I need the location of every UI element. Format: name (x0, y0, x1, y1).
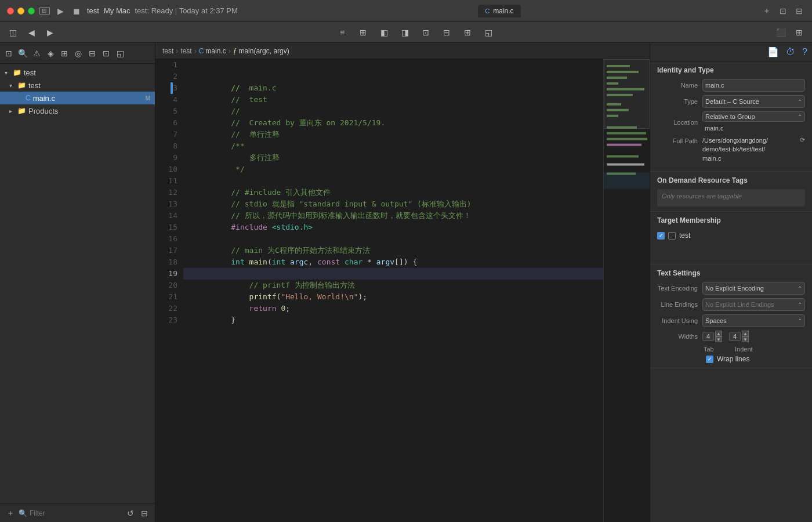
line-num-8: 8 (155, 140, 183, 152)
chevron-down-icon: ⌃ (798, 114, 802, 120)
line-num-23: 23 (155, 314, 183, 326)
line-endings-dropdown[interactable]: No Explicit Line Endings ⌃ (702, 298, 805, 311)
tab-main-c[interactable]: C main.c (478, 5, 520, 17)
type-dropdown[interactable]: Default – C Source ⌃ (702, 95, 805, 108)
sidebar-icon-2[interactable]: 🔍 (16, 47, 29, 60)
tab-width-down[interactable]: ▼ (715, 336, 722, 342)
toolbar-icon-8[interactable]: ◱ (480, 26, 496, 39)
gutter-mark (171, 82, 173, 94)
chevron-down-icon: ⌃ (798, 302, 802, 308)
title-status: test: Ready | Today at 2:37 PM (135, 6, 237, 15)
checkbox-empty[interactable] (668, 232, 676, 240)
inspector-file-icon[interactable]: 📄 (767, 46, 779, 57)
inspector-toggle[interactable]: ⬛ (773, 26, 789, 39)
sidebar-icon-3[interactable]: ⚠ (30, 47, 43, 60)
toolbar-icon-4[interactable]: ◨ (397, 26, 413, 39)
toolbar-icon-6[interactable]: ⊟ (438, 26, 455, 39)
close-button[interactable] (7, 8, 14, 14)
breadcrumb-main-c[interactable]: Cmain.c (199, 47, 226, 55)
machine-name: My Mac (104, 6, 130, 15)
text-settings-section: Text Settings Text Encoding No Explicit … (650, 264, 812, 368)
run-button[interactable]: ▶ (55, 5, 66, 17)
split-button[interactable]: ⊡ (777, 5, 789, 17)
inspector-help-icon[interactable]: ? (802, 47, 807, 57)
nav-button[interactable]: ⊟ (139, 507, 150, 519)
sidebar-icon-5[interactable]: ⊞ (58, 47, 71, 60)
indent-using-dropdown[interactable]: Spaces ⌃ (702, 314, 805, 327)
toolbar-icon-7[interactable]: ⊞ (459, 26, 476, 39)
sidebar-icon-7[interactable]: ⊟ (86, 47, 99, 60)
location-label: Location (657, 119, 698, 126)
chevron-down-icon: ⌃ (798, 285, 802, 292)
stop-button[interactable]: ◼ (71, 5, 82, 17)
checkbox-checked[interactable]: ✓ (657, 232, 665, 240)
add-tab-button[interactable]: ＋ (761, 5, 773, 17)
minimap-viewport[interactable] (604, 59, 650, 129)
sidebar-icon-6[interactable]: ◎ (72, 47, 85, 60)
history-button[interactable]: ↺ (125, 507, 136, 519)
traffic-lights (7, 8, 35, 14)
line-num-18: 18 (155, 256, 183, 268)
toolbar-icon-2[interactable]: ⊞ (355, 26, 371, 39)
tree-item-label: Products (28, 107, 150, 115)
editor-area: test › test › Cmain.c › ƒmain(argc, argv… (155, 43, 650, 522)
indent-width-down[interactable]: ▼ (742, 336, 749, 342)
identity-type-section: Identity and Type Name Type Default – C … (650, 61, 812, 172)
toolbar-icon-3[interactable]: ◧ (376, 26, 392, 39)
tree-item-root-test[interactable]: ▾ 📁 test (0, 66, 155, 79)
sidebar-icon-9[interactable]: ◱ (114, 47, 126, 60)
add-button[interactable]: ＋ (5, 507, 16, 519)
folder-icon: 📁 (13, 68, 21, 77)
code-line-22: } (183, 303, 603, 314)
toolbar-icon-5[interactable]: ⊡ (418, 26, 434, 39)
maximize-button[interactable] (28, 8, 35, 14)
layout-button[interactable]: ⊟ (793, 5, 805, 17)
target-membership-item: ✓ test (657, 229, 805, 242)
file-badge: M (146, 95, 150, 102)
breadcrumb-test-folder[interactable]: test (180, 47, 191, 55)
svg-rect-11 (607, 138, 647, 140)
path-edit-button[interactable]: ⟳ (800, 136, 805, 144)
sidebar-icon-1[interactable]: ⊡ (2, 47, 15, 60)
code-line-13: // 所以，源代码中如用到标准输入输出函数时，就要包含这个头文件！ (183, 198, 603, 210)
minimize-button[interactable] (17, 8, 24, 14)
indent-width-up[interactable]: ▲ (742, 331, 749, 336)
toolbar-icon-1[interactable]: ≡ (334, 26, 350, 39)
breadcrumb-function[interactable]: ƒmain(argc, argv) (233, 47, 289, 55)
minimap (603, 59, 650, 522)
code-content[interactable]: // // main.c // test // // Created by 董向… (183, 59, 603, 522)
inspector-panel: 📄 ⏱ ? Identity and Type Name Type Defaul… (650, 43, 812, 522)
text-encoding-dropdown[interactable]: No Explicit Encoding ⌃ (702, 282, 805, 295)
sidebar-icon-4[interactable]: ◈ (44, 47, 57, 60)
section-title-identity: Identity and Type (657, 66, 805, 74)
svg-rect-14 (607, 164, 644, 166)
line-num-20: 20 (155, 280, 183, 291)
sidebar-toggle-button[interactable]: ⊟ (39, 7, 50, 15)
filter-input[interactable] (30, 509, 122, 517)
code-editor[interactable]: 1 2 3 4 5 6 7 8 9 10 11 12 13 14 15 16 1… (155, 59, 650, 522)
code-line-18: // insert code here... (183, 256, 603, 268)
sidebar-icon-8[interactable]: ⊡ (100, 47, 113, 60)
breadcrumb-test-root[interactable]: test (162, 47, 173, 55)
name-field[interactable] (702, 79, 805, 92)
settings-button[interactable]: ⊞ (791, 26, 807, 39)
wrap-lines-checkbox[interactable]: ✓ (706, 356, 713, 363)
tree-item-folder-test[interactable]: ▾ 📁 test (0, 79, 155, 92)
line-num-7: 7 (155, 129, 183, 140)
indent-width-spinner: 4 ▲ ▼ (729, 331, 749, 342)
scheme-selector[interactable]: ◫ (5, 26, 21, 39)
tab-width-up[interactable]: ▲ (715, 331, 722, 336)
inspector-clock-icon[interactable]: ⏱ (786, 47, 795, 57)
tab-bar: C main.c (242, 5, 756, 17)
nav-forward-button[interactable]: ▶ (42, 26, 58, 39)
target-membership-section: Target Membership ✓ test (650, 212, 812, 264)
tree-item-main-c[interactable]: ▸ C main.c M (0, 92, 155, 104)
line-num-16: 16 (155, 233, 183, 245)
tree-item-products[interactable]: ▸ 📁 Products (0, 104, 155, 117)
title-bar-left: ⊟ (39, 7, 50, 15)
location-dropdown[interactable]: Relative to Group ⌃ (702, 111, 805, 122)
code-line-3: // test (183, 82, 603, 94)
nav-back-button[interactable]: ◀ (23, 26, 39, 39)
code-line-21: return 0; (183, 291, 603, 303)
line-num-15: 15 (155, 222, 183, 233)
